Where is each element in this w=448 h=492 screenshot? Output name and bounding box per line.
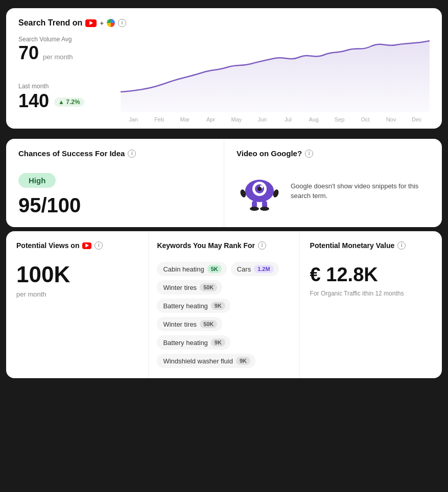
svg-point-10	[260, 207, 269, 211]
kw-badge: 9K	[211, 338, 225, 347]
chart-labels: Jan Feb Mar Apr May Jun Jul Aug Sep Oct …	[121, 116, 430, 122]
search-volume-value: 70	[18, 44, 39, 62]
month-apr: Apr	[198, 116, 223, 122]
month-mar: Mar	[172, 116, 198, 122]
month-jan: Jan	[121, 116, 146, 122]
views-unit: per month	[16, 290, 138, 298]
svg-point-4	[257, 187, 262, 191]
monetary-value: € 12.8K	[310, 264, 432, 286]
keywords-title: Keywords You May Rank For i	[157, 241, 291, 250]
month-dec: Dec	[404, 116, 430, 122]
month-aug: Aug	[301, 116, 326, 122]
keyword-chip: Battery heating 9K	[157, 299, 230, 313]
video-text: Google doesn't show video snippets for t…	[291, 181, 430, 201]
keyword-chip: Winter tires 50K	[157, 317, 222, 331]
youtube-icon	[85, 19, 97, 27]
keyword-chip: Battery heating 9K	[157, 335, 230, 350]
video-title: Video on Google? i	[237, 149, 430, 158]
keywords-col: Keywords You May Rank For i Cabin heatin…	[149, 231, 299, 378]
google-icon	[107, 19, 115, 27]
month-jul: Jul	[275, 116, 301, 122]
monetary-title: Potential Monetary Value i	[310, 241, 432, 250]
kw-label: Winter tires	[163, 284, 197, 291]
search-trend-label: Search Trend on	[18, 18, 82, 28]
section-chances-video: Chances of Success For Idea i High 95/10…	[0, 137, 448, 229]
chances-score: 95/100	[18, 194, 211, 217]
kw-label: Windshield washer fluid	[163, 357, 233, 365]
kw-badge: 9K	[236, 357, 250, 365]
keyword-chip: Cabin heating 5K	[157, 262, 226, 276]
high-badge: High	[18, 173, 56, 188]
search-trend-info-icon[interactable]: i	[118, 19, 126, 27]
monetary-sub: For Organic Traffic ithin 12 months	[310, 290, 432, 297]
views-value: 100K	[16, 262, 138, 287]
kw-label: Cars	[237, 265, 251, 273]
monster-area: Google doesn't show video snippets for t…	[237, 168, 430, 214]
kw-badge: 1.2M	[254, 265, 273, 273]
kw-badge: 50K	[200, 283, 217, 291]
views-title: Potential Views on i	[16, 241, 138, 250]
monster-illustration	[237, 168, 282, 214]
month-feb: Feb	[146, 116, 172, 122]
svg-point-9	[250, 207, 259, 211]
month-sep: Sep	[326, 116, 352, 122]
views-youtube-icon	[82, 242, 91, 249]
keyword-chip: Winter tires 50K	[157, 280, 222, 294]
kw-badge: 50K	[200, 320, 217, 328]
video-info-icon[interactable]: i	[305, 150, 313, 158]
kw-badge: 5K	[207, 265, 222, 273]
kw-label: Battery heating	[163, 302, 207, 310]
section-search-trend: Search Trend on + i Search Volume Avg 70…	[0, 0, 448, 137]
plus-sign: +	[100, 19, 104, 27]
kw-label: Winter tires	[163, 321, 197, 328]
last-month-label: Last month	[18, 83, 121, 90]
search-volume-unit: per month	[43, 53, 73, 61]
views-col: Potential Views on i 100K per month	[6, 231, 149, 378]
search-trend-card: Search Trend on + i Search Volume Avg 70…	[6, 8, 442, 129]
last-month-badge: ▲ 7.2%	[54, 97, 84, 107]
keywords-grid: Cabin heating 5K Cars 1.2M Winter tires …	[157, 262, 291, 368]
keywords-info-icon[interactable]: i	[258, 241, 266, 250]
monetary-info-icon[interactable]: i	[397, 241, 406, 250]
keyword-chip: Cars 1.2M	[231, 262, 279, 276]
kw-label: Battery heating	[163, 339, 207, 347]
section-bottom: Potential Views on i 100K per month Keyw…	[0, 229, 448, 386]
trend-chart	[121, 36, 430, 112]
chances-title: Chances of Success For Idea i	[18, 149, 211, 158]
chances-info-icon[interactable]: i	[128, 150, 136, 158]
kw-badge: 9K	[211, 302, 225, 310]
video-col: Video on Google? i	[224, 139, 442, 227]
chances-col: Chances of Success For Idea i High 95/10…	[6, 139, 224, 227]
chances-video-card: Chances of Success For Idea i High 95/10…	[6, 139, 442, 227]
views-info-icon[interactable]: i	[95, 241, 103, 250]
last-month-value: 140	[18, 92, 49, 110]
search-trend-header: Search Trend on + i	[18, 18, 430, 28]
bottom-card: Potential Views on i 100K per month Keyw…	[6, 231, 442, 378]
keyword-chip: Windshield washer fluid 9K	[157, 354, 255, 368]
month-may: May	[224, 116, 249, 122]
monetary-col: Potential Monetary Value i € 12.8K For O…	[300, 231, 442, 378]
month-oct: Oct	[352, 116, 378, 122]
month-nov: Nov	[378, 116, 404, 122]
search-volume-label: Search Volume Avg	[18, 36, 121, 43]
kw-label: Cabin heating	[163, 265, 204, 273]
month-jun: Jun	[249, 116, 275, 122]
